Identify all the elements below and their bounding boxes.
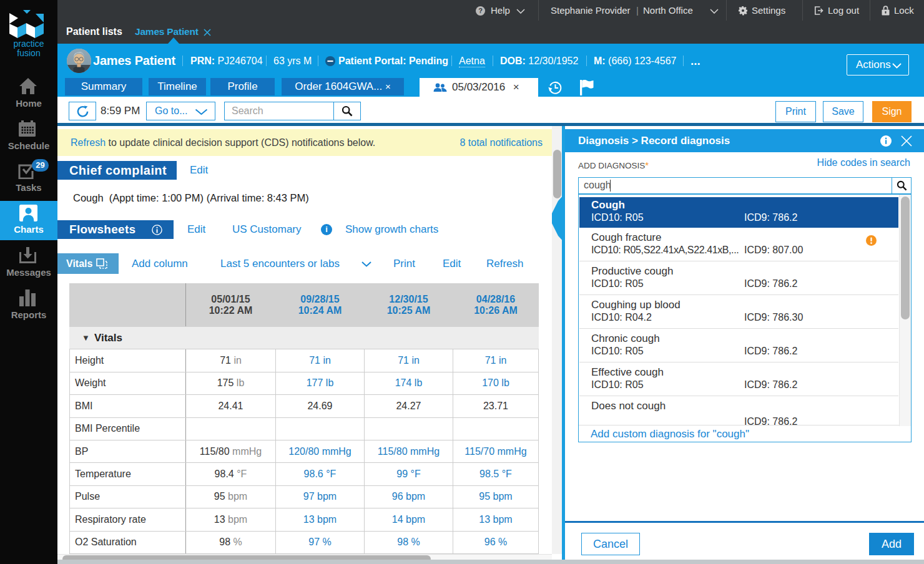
svg-text:?: ? xyxy=(478,7,483,14)
